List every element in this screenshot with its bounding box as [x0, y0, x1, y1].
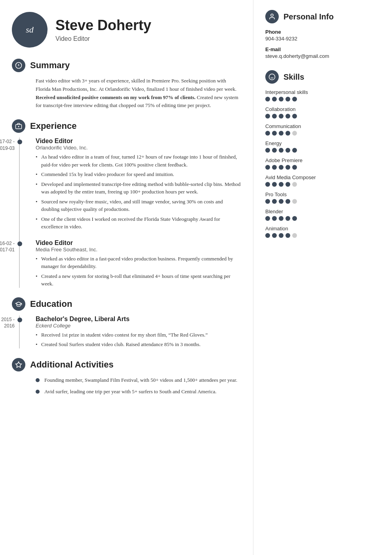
edu-date-1: 2015 -2016 [0, 316, 15, 330]
svg-point-8 [271, 14, 273, 16]
dot-empty [292, 182, 297, 187]
edu-degree-1: Bachelor's Degree, Liberal Arts [36, 316, 241, 323]
skill-item-7: Blender [265, 209, 382, 221]
dot-filled [265, 131, 270, 136]
education-title: Education [30, 299, 72, 309]
dot-empty [292, 131, 297, 136]
job-title-2: Video Editor [36, 239, 241, 247]
dot-filled [265, 165, 270, 170]
dot-filled [272, 199, 277, 204]
skill-dots-6 [265, 199, 382, 204]
skill-dots-2 [265, 131, 382, 136]
dot-filled [265, 148, 270, 153]
email-value: steve.q.doherty@gmail.com [265, 53, 382, 59]
personal-info-header: Personal Info [265, 10, 382, 23]
timeline-dot-2 [17, 241, 22, 246]
activity-item-1: Founding member, Swampland Film Festival… [36, 376, 241, 384]
skill-dots-8 [265, 233, 382, 238]
job-company-2: Media Free Southeast, Inc. [36, 247, 241, 253]
bullet-item: Created a new system for storing b-roll … [36, 272, 241, 288]
dot-filled [285, 131, 290, 136]
dot-filled [279, 199, 284, 204]
dot-filled [285, 216, 290, 221]
bullet-item: Developed and implemented transcript-fre… [36, 180, 241, 196]
activity-dot-2 [36, 390, 40, 394]
additional-section: Additional Activities Founding member, S… [12, 358, 241, 396]
phone-value: 904-334-9232 [265, 36, 382, 42]
skill-name-3: Energy [265, 140, 382, 146]
bullet-item: Created Soul Surfers student video club.… [36, 341, 241, 348]
dot-filled [292, 97, 297, 101]
dot-filled [279, 97, 284, 101]
additional-list: Founding member, Swampland Film Festival… [12, 376, 241, 396]
skill-dots-4 [265, 165, 382, 170]
bullet-item: Sourced new royalty-free music, video, a… [36, 198, 241, 213]
dot-filled [285, 233, 290, 238]
job-title-1: Video Editor [36, 138, 241, 145]
dot-filled [265, 97, 270, 101]
header-info: Steve Doherty Video Editor [55, 17, 151, 42]
skills-list: Interpersonal skillsCollaborationCommuni… [265, 89, 382, 238]
dot-filled [272, 148, 277, 153]
job-item-1: 2017-02 -2019-03 Video Editor Orlandorif… [36, 138, 241, 231]
activity-dot-1 [36, 378, 40, 382]
dot-filled [285, 165, 290, 170]
bullet-item: One of the client videos I worked on rec… [36, 215, 241, 231]
skill-item-8: Animation [265, 226, 382, 238]
dot-filled [285, 148, 290, 153]
edu-bullets-1: Received 1st prize in student video cont… [36, 331, 241, 348]
dot-filled [272, 216, 277, 221]
skill-dots-7 [265, 216, 382, 221]
dot-filled [265, 114, 270, 119]
summary-header: Summary [12, 59, 241, 72]
experience-section: Experience 2017-02 -2019-03 Video Editor… [12, 119, 241, 288]
personal-info-title: Personal Info [284, 12, 334, 21]
skill-item-1: Collaboration [265, 106, 382, 119]
skill-dots-5 [265, 182, 382, 187]
job-date-2: 2016-02 -2017-01 [0, 240, 15, 254]
right-column: Personal Info Phone 904-334-9232 E-mail … [253, 0, 392, 555]
dot-filled [279, 131, 284, 136]
skill-item-0: Interpersonal skills [265, 89, 382, 101]
skill-name-2: Communication [265, 123, 382, 129]
skill-dots-0 [265, 97, 382, 101]
dot-filled [285, 114, 290, 119]
dot-filled [272, 182, 277, 187]
dot-filled [272, 165, 277, 170]
dot-empty [292, 233, 297, 238]
svg-point-3 [18, 65, 20, 67]
skill-item-2: Communication [265, 123, 382, 136]
skills-icon [265, 70, 279, 84]
edu-dot-1 [17, 318, 22, 322]
dot-filled [292, 114, 297, 119]
left-column: sd Steve Doherty Video Editor Summary Fa… [0, 0, 253, 555]
dot-filled [285, 182, 290, 187]
dot-filled [279, 165, 284, 170]
dot-filled [292, 216, 297, 221]
dot-filled [272, 131, 277, 136]
summary-section: Summary Fast video editor with 3+ years … [12, 59, 241, 110]
dot-filled [272, 97, 277, 101]
experience-timeline: 2017-02 -2019-03 Video Editor Orlandorif… [12, 138, 241, 288]
phone-label: Phone [265, 29, 382, 35]
skill-name-6: Pro Tools [265, 191, 382, 197]
education-icon [12, 297, 25, 311]
bullet-item: Commended 15x by lead video producer for… [36, 170, 241, 178]
summary-text: Fast video editor with 3+ years of exper… [12, 77, 241, 110]
dot-empty [292, 199, 297, 204]
skill-name-8: Animation [265, 226, 382, 232]
dot-filled [279, 182, 284, 187]
skills-title: Skills [284, 73, 304, 82]
dot-filled [285, 97, 290, 101]
experience-header: Experience [12, 119, 241, 133]
dot-filled [285, 199, 290, 204]
summary-title: Summary [30, 60, 70, 71]
education-section: Education 2015 -2016 Bachelor's Degree, … [12, 297, 241, 348]
bullet-item: As head video editor in a team of four, … [36, 153, 241, 168]
dot-filled [265, 216, 270, 221]
dot-filled [279, 233, 284, 238]
personal-info-icon [265, 10, 279, 23]
skill-item-5: Avid Media Composer [265, 174, 382, 187]
additional-icon [12, 358, 25, 371]
job-item-2: 2016-02 -2017-01 Video Editor Media Free… [36, 239, 241, 288]
